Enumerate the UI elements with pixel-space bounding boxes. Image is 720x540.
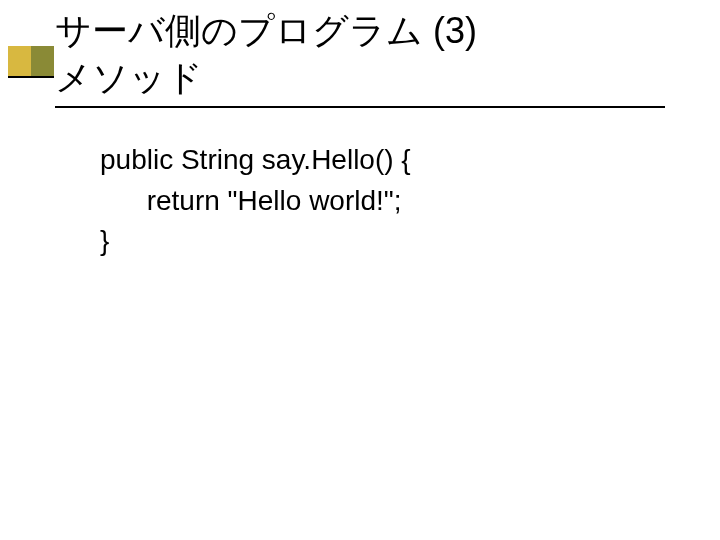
title-block: サーバ側のプログラム (3) メソッド — [55, 8, 690, 108]
slide-title: サーバ側のプログラム (3) メソッド — [55, 8, 690, 102]
accent-olive — [31, 46, 54, 76]
code-line-3: } — [100, 221, 660, 262]
accent-gold — [8, 46, 31, 76]
title-line-2: メソッド — [55, 57, 203, 98]
title-accent-bar — [8, 46, 54, 78]
code-line-2: return "Hello world!"; — [100, 181, 660, 222]
title-underline — [55, 106, 665, 108]
title-line-1: サーバ側のプログラム (3) — [55, 10, 477, 51]
code-line-1: public String say.Hello() { — [100, 140, 660, 181]
slide-container: サーバ側のプログラム (3) メソッド public String say.He… — [0, 0, 720, 540]
code-block: public String say.Hello() { return "Hell… — [100, 140, 660, 262]
